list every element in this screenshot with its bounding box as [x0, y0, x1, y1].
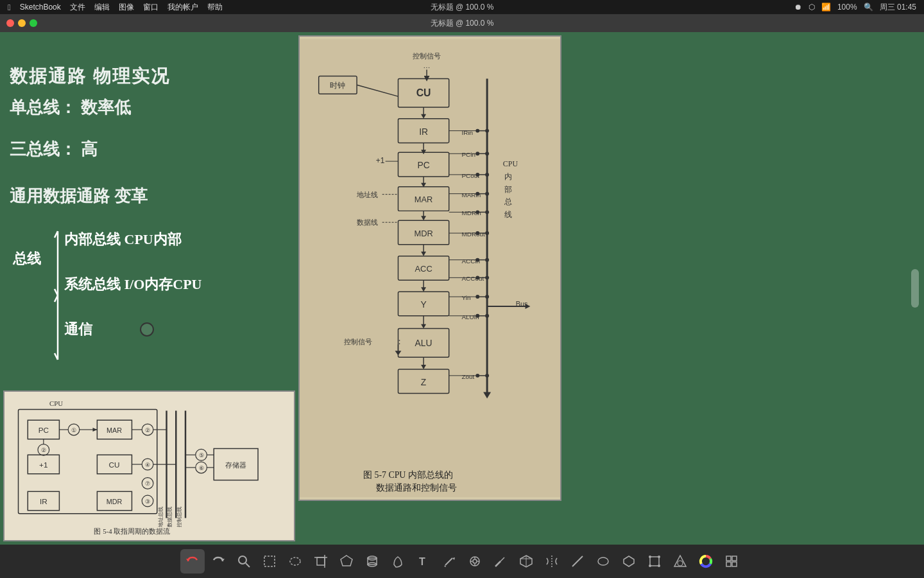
menu-image[interactable]: 图像 [119, 2, 134, 13]
record-icon: ⏺ [794, 3, 802, 12]
transform-button[interactable] [642, 549, 667, 574]
svg-point-208 [598, 557, 608, 565]
svg-text:地址线: 地址线 [356, 191, 378, 198]
svg-text:内部总线  CPU内部: 内部总线 CPU内部 [64, 231, 182, 247]
window-title: 无标题 @ 100.0 % [431, 2, 494, 13]
drawing-cursor [140, 322, 154, 337]
polygon-button[interactable] [334, 549, 359, 574]
svg-text:IR: IR [419, 127, 428, 137]
bluetooth-icon: ⬡ [809, 3, 815, 12]
svg-point-211 [649, 556, 651, 558]
svg-text:存储器: 存储器 [225, 461, 246, 469]
menu-edit[interactable]: 编辑 [94, 2, 110, 13]
svg-text:部: 部 [504, 185, 512, 194]
color-triangle-button[interactable] [668, 549, 692, 574]
svg-rect-210 [650, 557, 659, 566]
svg-point-218 [703, 559, 708, 564]
layers-button[interactable] [719, 549, 744, 574]
small-diagram: 图 5-4 取指周期的数据流 CPU PC MAR ① +1 ② [3, 390, 295, 541]
svg-text:ALU: ALU [415, 338, 432, 348]
svg-text:④: ④ [145, 462, 150, 468]
search-icon[interactable]: 🔍 [864, 3, 873, 12]
pencil-button[interactable] [437, 549, 461, 574]
svg-text:②: ② [145, 427, 150, 434]
svg-text:CU: CU [416, 87, 431, 98]
svg-rect-186 [317, 557, 325, 565]
svg-text:控制总线: 控制总线 [176, 507, 182, 527]
svg-text:控制信号: 控制信号 [413, 52, 441, 60]
zoom-button[interactable] [232, 549, 256, 574]
cylinder-button[interactable] [360, 549, 384, 574]
3d-button[interactable] [514, 549, 538, 574]
color-wheel-button[interactable] [694, 549, 718, 574]
note-line2: 单总线： 数率低 [10, 96, 131, 119]
shape-button[interactable] [617, 549, 641, 574]
svg-text:内: 内 [504, 172, 512, 181]
fill-button[interactable] [386, 549, 410, 574]
svg-rect-184 [264, 556, 275, 566]
apple-menu[interactable]:  [8, 3, 11, 12]
menu-account[interactable]: 我的帐户 [167, 2, 198, 13]
text-button[interactable]: T [411, 549, 436, 574]
svg-text:ACC: ACC [415, 264, 432, 274]
canvas-area[interactable]: 数据通路 物理实况 单总线： 数率低 三总线： 高 通用数据通路 变革 总线 内… [0, 32, 924, 545]
svg-text:+1: +1 [39, 460, 47, 469]
svg-line-3 [55, 295, 58, 302]
svg-marker-189 [341, 556, 352, 566]
svg-text:③: ③ [145, 498, 150, 505]
brush-button[interactable] [488, 549, 513, 574]
crop-button[interactable] [309, 549, 333, 574]
svg-line-194 [445, 558, 452, 565]
svg-text:总: 总 [504, 197, 512, 206]
redo-button[interactable] [206, 549, 230, 574]
select-rect-button[interactable] [257, 549, 282, 574]
app-window-bar: 无标题 @ 100.0 % [0, 14, 924, 32]
svg-text:PC: PC [417, 160, 429, 170]
menu-sketchbook[interactable]: SketchBook [20, 3, 61, 12]
svg-text:CPU: CPU [49, 399, 63, 407]
svg-line-4 [55, 353, 58, 360]
ellipse-button[interactable] [591, 549, 615, 574]
titlebar-menu:  SketchBook 文件 编辑 图像 窗口 我的帐户 帮助 [8, 2, 223, 13]
svg-text:⑥: ⑥ [199, 465, 204, 471]
svg-text:Zout: Zout [462, 373, 475, 380]
svg-text:IRin: IRin [462, 129, 474, 136]
menu-help[interactable]: 帮助 [207, 2, 223, 13]
svg-line-1 [55, 231, 58, 238]
svg-line-183 [246, 563, 250, 567]
svg-point-212 [658, 556, 660, 558]
symmetry-button[interactable] [540, 549, 564, 574]
window-controls[interactable] [6, 19, 37, 27]
maximize-button[interactable] [30, 19, 37, 27]
line-button[interactable] [565, 549, 590, 574]
stamp-button[interactable] [463, 549, 487, 574]
brace-diagram: 总线 内部总线 CPU内部 系统总线 I/O内存CPU 通信 [6, 225, 289, 366]
svg-point-214 [658, 565, 660, 567]
svg-rect-219 [726, 556, 731, 561]
menu-window[interactable]: 窗口 [143, 2, 158, 13]
small-diagram-svg: 图 5-4 取指周期的数据流 CPU PC MAR ① +1 ② [4, 392, 294, 540]
note-line4: 通用数据通路 变革 [10, 185, 148, 207]
svg-marker-181 [221, 559, 225, 561]
svg-text:：: ： [395, 337, 404, 346]
time-label: 周三 01:45 [880, 2, 916, 13]
svg-point-182 [239, 556, 246, 564]
svg-rect-220 [732, 556, 737, 561]
menu-file[interactable]: 文件 [70, 2, 85, 13]
close-button[interactable] [6, 19, 14, 27]
minimize-button[interactable] [18, 19, 26, 27]
svg-point-216 [678, 561, 683, 566]
svg-line-207 [572, 556, 583, 566]
svg-text:Z: Z [421, 377, 427, 387]
svg-text:⑦: ⑦ [145, 480, 150, 487]
svg-point-213 [649, 565, 651, 567]
lasso-button[interactable] [283, 549, 307, 574]
svg-text:CU: CU [108, 460, 119, 469]
titlebar-status: ⏺ ⬡ 📶 100% 🔍 周三 01:45 [794, 2, 916, 13]
svg-text:总线: 总线 [12, 250, 42, 267]
svg-text:+1: +1 [376, 156, 385, 165]
svg-text:系统总线  I/O内存CPU: 系统总线 I/O内存CPU [64, 276, 202, 292]
undo-button[interactable] [180, 549, 205, 574]
svg-text:ACCout: ACCout [462, 275, 484, 282]
scroll-indicator[interactable] [911, 269, 919, 308]
